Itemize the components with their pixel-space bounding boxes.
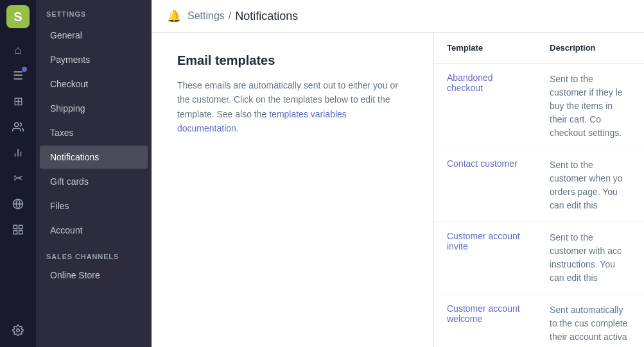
sidebar-item-general[interactable]: General: [40, 24, 148, 47]
email-templates-title: Email templates: [177, 53, 408, 68]
email-templates-description: These emails are automatically sent out …: [177, 78, 408, 136]
svg-rect-6: [13, 225, 17, 228]
main-content: 🔔 Settings / Notifications Email templat…: [152, 0, 644, 347]
settings-header: Settings: [36, 0, 152, 23]
table-row: Contact customerSent to the customer whe…: [434, 149, 644, 222]
sidebar-item-giftcards[interactable]: Gift cards: [40, 170, 148, 193]
orders-badge: [22, 67, 27, 72]
sidebar-item-payments[interactable]: Payments: [40, 48, 148, 71]
sidebar-item-shipping[interactable]: Shipping: [40, 97, 148, 120]
sidebar-item-files[interactable]: Files: [40, 194, 148, 217]
template-description-cell: Sent to the customer if they le buy the …: [537, 63, 644, 149]
template-col-header: Template: [434, 33, 537, 63]
breadcrumb-separator: /: [229, 10, 231, 22]
marketing-icon[interactable]: ✂: [6, 167, 30, 190]
template-description-cell: Sent to the customer with acc instructio…: [537, 222, 644, 294]
template-description-cell: Sent to the customer when yo orders page…: [537, 149, 644, 222]
email-templates-panel: Email templates These emails are automat…: [152, 33, 434, 347]
template-name-cell[interactable]: Abandoned checkout: [434, 63, 537, 149]
icon-sidebar: S ⌂ ☰ ⊞ ✂: [0, 0, 36, 347]
svg-point-10: [17, 329, 20, 332]
sidebar-item-notifications[interactable]: Notifications: [40, 146, 148, 169]
templates-table: Template Description Abandoned checkoutS…: [434, 33, 644, 347]
customers-icon[interactable]: [6, 115, 30, 139]
svg-rect-9: [13, 231, 17, 234]
template-name-cell[interactable]: Contact customer: [434, 149, 537, 222]
globe-icon[interactable]: [6, 192, 30, 216]
svg-rect-8: [19, 231, 22, 234]
svg-rect-7: [19, 225, 22, 228]
analytics-icon[interactable]: [6, 141, 30, 164]
svg-point-0: [15, 123, 19, 126]
settings-bottom-icon[interactable]: [6, 319, 30, 342]
description-col-header: Description: [537, 33, 644, 63]
home-icon[interactable]: ⌂: [6, 38, 30, 62]
template-name-cell[interactable]: Customer account welcome: [434, 294, 537, 348]
templates-table-panel: Template Description Abandoned checkoutS…: [434, 33, 644, 347]
table-row: Customer account welcomeSent automatical…: [434, 294, 644, 348]
content-area: Email templates These emails are automat…: [152, 33, 644, 347]
breadcrumb-current-page: Notifications: [235, 10, 298, 23]
products-icon[interactable]: ⊞: [6, 90, 30, 113]
orders-icon[interactable]: ☰: [6, 64, 30, 87]
app-logo[interactable]: S: [6, 5, 30, 28]
breadcrumb-settings-link[interactable]: Settings: [187, 10, 225, 22]
sidebar-item-online-store[interactable]: Online Store: [40, 264, 148, 287]
sidebar-item-taxes[interactable]: Taxes: [40, 121, 148, 144]
table-row: Abandoned checkoutSent to the customer i…: [434, 63, 644, 149]
bell-icon: 🔔: [167, 9, 181, 23]
breadcrumb: 🔔 Settings / Notifications: [152, 0, 644, 33]
template-description-cell: Sent automatically to the cus complete t…: [537, 294, 644, 348]
apps-icon[interactable]: [6, 218, 30, 241]
table-row: Customer account inviteSent to the custo…: [434, 222, 644, 294]
sidebar-item-account[interactable]: Account: [40, 219, 148, 242]
sales-channels-header: Sales channels: [36, 248, 152, 263]
template-name-cell[interactable]: Customer account invite: [434, 222, 537, 294]
sidebar-item-checkout[interactable]: Checkout: [40, 72, 148, 96]
nav-sidebar: Settings General Payments Checkout Shipp…: [36, 0, 152, 347]
